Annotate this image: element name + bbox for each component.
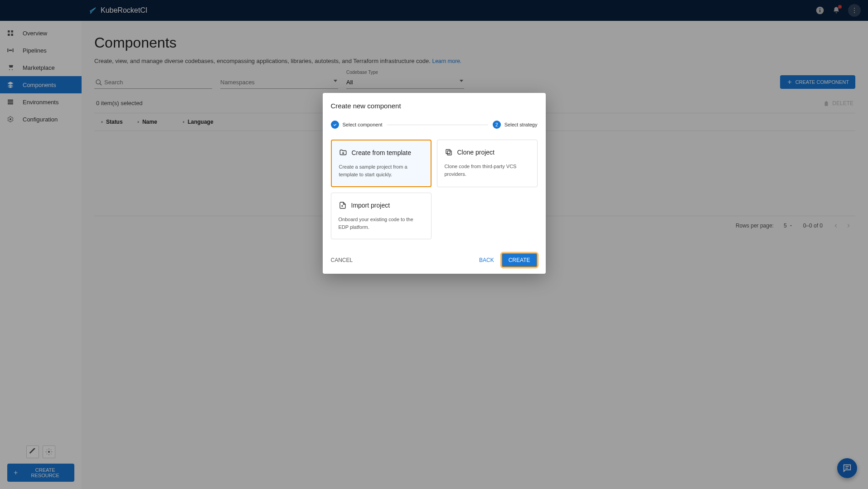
option-title: Create from template xyxy=(352,149,412,156)
option-title: Clone project xyxy=(457,149,495,156)
option-desc: Create a sample project from a template … xyxy=(339,163,423,178)
step-1: Select component xyxy=(331,121,383,129)
option-import-project[interactable]: Import project Onboard your existing cod… xyxy=(331,193,432,239)
check-icon xyxy=(331,121,339,129)
clone-icon xyxy=(445,148,453,156)
option-title: Import project xyxy=(351,202,390,209)
option-create-from-template[interactable]: Create from template Create a sample pro… xyxy=(331,140,432,187)
create-component-modal: Create new component Select component 2 … xyxy=(323,93,546,274)
svg-rect-27 xyxy=(446,150,450,154)
create-button[interactable]: CREATE xyxy=(501,253,538,267)
step-2: 2 Select strategy xyxy=(493,121,538,129)
back-button[interactable]: BACK xyxy=(476,253,497,267)
cancel-button[interactable]: CANCEL xyxy=(331,257,353,263)
option-desc: Onboard your existing code to the EDP pl… xyxy=(339,216,424,231)
option-clone-project[interactable]: Clone project Clone code from third-part… xyxy=(437,140,538,187)
modal-title: Create new component xyxy=(331,102,538,110)
modal-stepper: Select component 2 Select strategy xyxy=(331,121,538,129)
option-desc: Clone code from third-party VCS provider… xyxy=(445,163,530,178)
step-number: 2 xyxy=(493,121,501,129)
svg-rect-26 xyxy=(447,151,451,155)
folder-plus-icon xyxy=(339,149,347,157)
import-icon xyxy=(339,201,347,209)
step-connector xyxy=(387,125,488,125)
strategy-options: Create from template Create a sample pro… xyxy=(331,140,538,239)
modal-actions: CANCEL BACK CREATE xyxy=(331,253,538,267)
